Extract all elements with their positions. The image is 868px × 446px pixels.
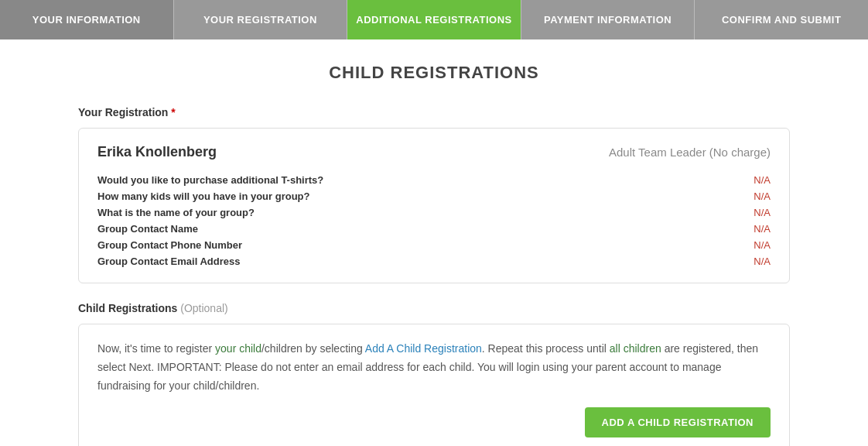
info-text: Now, it's time to register your child/ch… — [97, 340, 771, 395]
page-title: CHILD REGISTRATIONS — [78, 63, 790, 83]
info-part2: your child — [215, 342, 261, 355]
info-part1: Now, it's time to register — [97, 342, 215, 355]
info-part5: . Repeat this process until — [482, 342, 610, 355]
field-label: Group Contact Email Address — [97, 256, 738, 267]
child-registration-info-box: Now, it's time to register your child/ch… — [78, 324, 790, 446]
info-part3: /children by selecting — [261, 342, 365, 355]
info-part4: Add A Child Registration — [365, 342, 482, 355]
nav-tab-additional-registrations[interactable]: ADDITIONAL REGISTRATIONS — [347, 0, 521, 39]
your-registration-label: Your Registration * — [78, 106, 790, 118]
field-label: Group Contact Phone Number — [97, 239, 738, 251]
field-value: N/A — [738, 223, 771, 235]
field-value: N/A — [738, 190, 771, 202]
nav-tabs: YOUR INFORMATIONYOUR REGISTRATIONADDITIO… — [0, 0, 868, 39]
registration-card: Erika Knollenberg Adult Team Leader (No … — [78, 128, 790, 283]
field-label: Group Contact Name — [97, 223, 738, 235]
info-part6: all children — [610, 342, 661, 355]
nav-tab-your-registration[interactable]: YOUR REGISTRATION — [174, 0, 348, 39]
child-registrations-label: Child Registrations (Optional) — [78, 302, 790, 314]
registrant-name: Erika Knollenberg — [97, 144, 217, 160]
field-value: N/A — [738, 239, 771, 251]
nav-tab-confirm-and-submit[interactable]: CONFIRM AND SUBMIT — [695, 0, 868, 39]
field-value: N/A — [738, 256, 771, 267]
add-child-registration-button[interactable]: ADD A CHILD REGISTRATION — [585, 407, 771, 437]
nav-tab-payment-information[interactable]: PAYMENT INFORMATION — [521, 0, 695, 39]
nav-tab-your-information[interactable]: YOUR INFORMATION — [0, 0, 174, 39]
field-label: What is the name of your group? — [97, 207, 738, 218]
registrant-role: Adult Team Leader (No charge) — [609, 146, 771, 159]
field-label: Would you like to purchase additional T-… — [97, 174, 738, 186]
field-value: N/A — [738, 174, 771, 186]
field-label: How many kids will you have in your grou… — [97, 190, 738, 202]
field-value: N/A — [738, 207, 771, 218]
